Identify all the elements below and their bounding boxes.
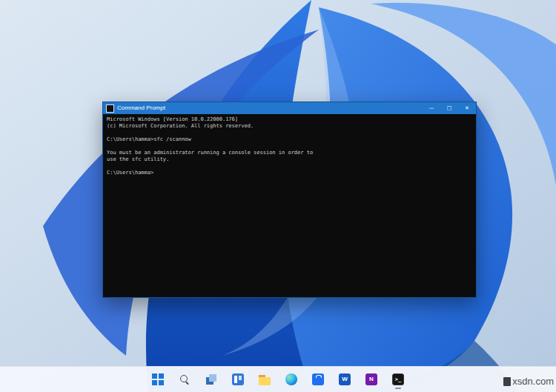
window-title: Command Prompt	[117, 102, 423, 114]
taskbar-icon-file-explorer[interactable]	[254, 369, 275, 390]
maximize-button[interactable]: □	[440, 102, 458, 114]
terminal-line	[107, 130, 472, 136]
edge-icon	[285, 373, 297, 385]
taskbar-icon-edge[interactable]	[281, 369, 302, 390]
terminal-line: C:\Users\hamma>	[107, 170, 472, 176]
taskbar-icons: WN>_	[148, 369, 408, 390]
terminal-output[interactable]: Microsoft Windows [Version 10.0.22000.17…	[103, 114, 476, 297]
terminal-line: C:\Users\hamma>sfc /scannow	[107, 136, 472, 143]
widgets-icon	[232, 373, 244, 385]
start-icon	[152, 373, 164, 385]
watermark-glyph-icon	[503, 377, 511, 386]
terminal-line: You must be an administrator running a c…	[107, 150, 472, 156]
command-prompt-window: Command Prompt — □ ✕ Microsoft Windows […	[102, 102, 477, 298]
minimize-button[interactable]: —	[423, 102, 440, 114]
task-view-icon	[205, 373, 217, 385]
window-controls: — □ ✕	[423, 102, 476, 114]
taskbar-icon-onenote[interactable]: N	[361, 369, 382, 390]
taskbar-icon-widgets[interactable]	[228, 369, 248, 390]
command-prompt-icon	[106, 104, 114, 113]
terminal-line: Microsoft Windows [Version 10.0.22000.17…	[107, 116, 472, 123]
taskbar-icon-command-prompt[interactable]: >_	[388, 369, 408, 390]
taskbar: WN>_	[0, 366, 556, 392]
taskbar-icon-word[interactable]: W	[334, 369, 355, 390]
watermark: xsdn.com	[503, 376, 554, 387]
taskbar-icon-store[interactable]	[308, 369, 328, 390]
onenote-icon: N	[365, 373, 377, 385]
taskbar-icon-task-view[interactable]	[201, 369, 222, 390]
terminal-line: (c) Microsoft Corporation. All rights re…	[107, 123, 472, 130]
search-icon	[179, 373, 191, 385]
file-explorer-icon	[259, 373, 271, 385]
command-prompt-icon: >_	[392, 373, 404, 385]
word-icon: W	[339, 373, 351, 385]
watermark-text: xsdn.com	[512, 376, 554, 387]
window-titlebar[interactable]: Command Prompt — □ ✕	[103, 102, 476, 114]
store-icon	[312, 373, 324, 385]
close-button[interactable]: ✕	[458, 102, 476, 114]
terminal-line: use the sfc utility.	[107, 156, 472, 163]
terminal-line	[107, 163, 472, 170]
terminal-line	[107, 143, 472, 150]
taskbar-icon-start[interactable]	[148, 369, 168, 390]
taskbar-icon-search[interactable]	[174, 369, 195, 390]
desktop: Command Prompt — □ ✕ Microsoft Windows […	[0, 0, 556, 392]
